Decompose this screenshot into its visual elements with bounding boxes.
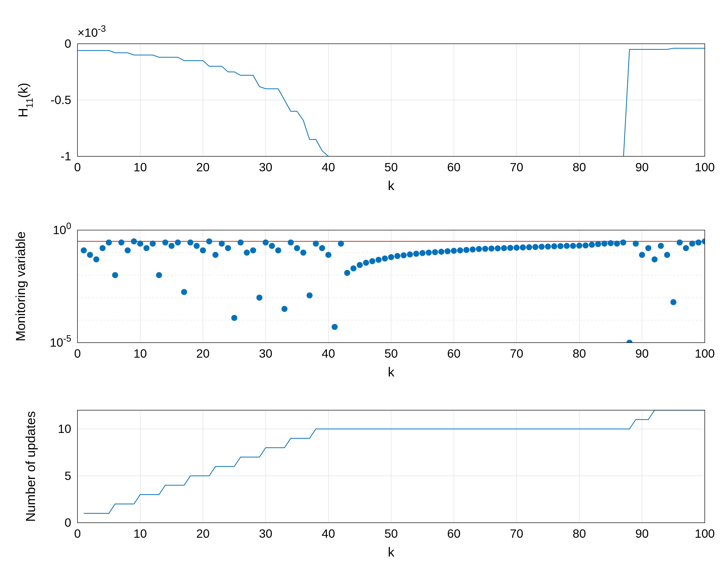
scatter-point	[294, 245, 300, 251]
scatter-point	[526, 244, 532, 250]
scatter-point	[501, 245, 507, 251]
scatter-point	[219, 240, 225, 246]
scatter-point	[281, 306, 287, 312]
ytick: 100	[53, 221, 71, 237]
scatter-point	[614, 240, 620, 246]
scatter-point	[162, 239, 168, 245]
scatter-point	[564, 243, 570, 249]
xtick: 30	[259, 527, 272, 540]
scatter-point	[338, 240, 344, 246]
ylabel-updates: Number of updates	[23, 411, 38, 522]
scatter-point	[256, 295, 262, 301]
scatter-point	[250, 247, 256, 253]
xtick: 40	[322, 160, 335, 174]
scatter-point	[369, 258, 375, 264]
scatter-point	[125, 247, 131, 253]
scatter-point	[495, 245, 501, 251]
xtick: 70	[510, 527, 523, 540]
xtick: 80	[573, 160, 586, 174]
scatter-point	[432, 249, 438, 255]
scatter-point	[438, 248, 444, 254]
xtick: 0	[74, 160, 81, 174]
scatter-point	[275, 247, 281, 253]
scatter-point	[532, 244, 538, 250]
scatter-point	[313, 240, 319, 246]
scatter-point	[175, 239, 181, 245]
scatter-point	[187, 239, 193, 245]
xtick: 20	[196, 527, 209, 540]
scatter-point	[156, 272, 162, 278]
scatter-point	[407, 251, 413, 257]
scatter-point	[231, 315, 237, 321]
scatter-point	[576, 242, 582, 248]
scatter-point	[520, 244, 526, 250]
scatter-point	[200, 247, 206, 253]
updates-line	[84, 410, 705, 514]
xtick: 20	[196, 160, 209, 174]
scatter-point	[595, 241, 601, 247]
scatter-point	[689, 240, 695, 246]
scatter-point	[507, 245, 513, 251]
scatter-point	[87, 252, 93, 258]
scatter-point	[445, 248, 451, 254]
scatter-point	[489, 245, 495, 251]
scatter-point	[652, 256, 658, 262]
scatter-point	[131, 238, 137, 244]
xtick: 40	[322, 527, 335, 540]
scatter-point	[394, 253, 400, 259]
ytick: -0.5	[50, 93, 71, 106]
xtick: 90	[635, 347, 649, 360]
xtick: 100	[695, 527, 715, 540]
xtick: 70	[510, 347, 523, 360]
y-exponent: ×10-3	[77, 23, 106, 39]
xtick: 50	[384, 527, 398, 540]
scatter-point	[583, 242, 589, 248]
scatter-point	[420, 250, 426, 256]
scatter-point	[363, 260, 369, 266]
scatter-point	[545, 243, 551, 249]
scatter-point	[451, 248, 457, 254]
scatter-point	[244, 249, 250, 255]
scatter-point	[645, 245, 651, 251]
scatter-point	[169, 243, 175, 249]
scatter-point	[263, 239, 269, 245]
scatter-point	[664, 252, 670, 258]
plot-h11: 0102030405060708090100-1-0.50kH11(k)×10-…	[16, 23, 715, 193]
scatter-point	[633, 240, 639, 246]
scatter-point	[106, 239, 112, 245]
xtick: 80	[573, 347, 586, 360]
plot-updates: 01020304050607080901000510kNumber of upd…	[23, 410, 715, 559]
scatter-point	[181, 289, 187, 295]
scatter-point	[225, 245, 231, 251]
scatter-point	[325, 252, 331, 258]
xlabel: k	[388, 545, 395, 559]
scatter-point	[658, 243, 664, 249]
ytick: -1	[60, 149, 71, 163]
scatter-point	[332, 324, 338, 330]
xtick: 90	[635, 527, 649, 540]
scatter-point	[620, 239, 626, 245]
scatter-point	[382, 255, 388, 261]
ytick: 0	[64, 516, 71, 529]
scatter-point	[601, 240, 607, 246]
ytick: 0	[64, 37, 71, 50]
scatter-point	[426, 249, 432, 255]
xtick: 90	[635, 160, 649, 174]
scatter-point	[319, 245, 325, 251]
scatter-point	[288, 239, 294, 245]
figure: 0102030405060708090100-1-0.50kH11(k)×10-…	[0, 0, 728, 564]
xtick: 10	[133, 347, 147, 360]
scatter-point	[539, 244, 545, 250]
scatter-point	[344, 270, 350, 276]
xtick: 10	[133, 527, 147, 540]
scatter-point	[118, 239, 124, 245]
scatter-point	[413, 251, 419, 257]
plot-monitoring: 010203040506070809010010-5100kMonitoring…	[13, 221, 715, 380]
xtick: 50	[384, 347, 398, 360]
scatter-point	[558, 243, 564, 249]
scatter-point	[307, 293, 313, 299]
scatter-point	[671, 299, 677, 305]
scatter-point	[476, 246, 482, 252]
scatter-point	[639, 252, 645, 258]
xtick: 50	[384, 160, 398, 174]
